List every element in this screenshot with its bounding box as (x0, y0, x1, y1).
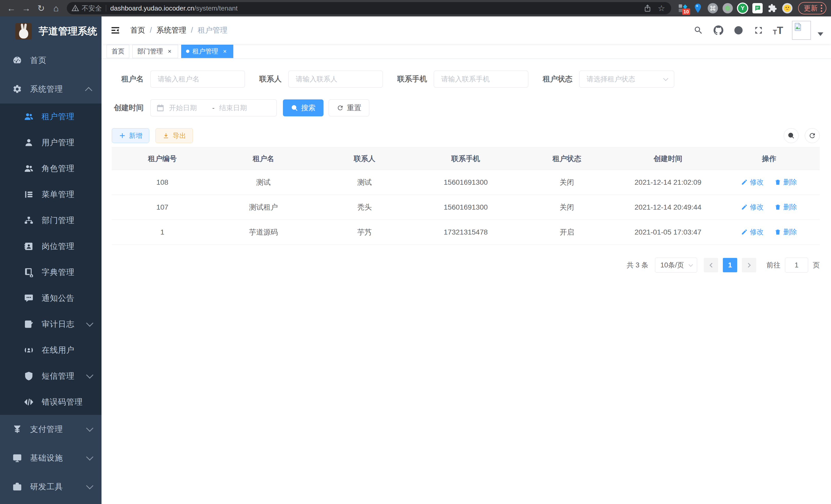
sidebar-item-dict[interactable]: 字典管理 (0, 259, 102, 285)
delete-link[interactable]: 删除 (774, 202, 797, 212)
edit-icon (741, 179, 748, 185)
status-label: 租户状态 (543, 74, 573, 84)
extension-command-icon[interactable] (707, 3, 718, 14)
user-avatar[interactable] (792, 21, 811, 40)
sidebar-item-sms[interactable]: 短信管理 (0, 363, 102, 389)
reload-icon[interactable]: ↻ (34, 2, 48, 15)
download-icon (163, 132, 170, 139)
github-icon[interactable] (713, 25, 724, 36)
help-icon[interactable] (733, 25, 744, 36)
sidebar-item-label: 部门管理 (41, 215, 75, 226)
share-icon[interactable] (642, 3, 653, 13)
extensions-puzzle-icon[interactable] (767, 3, 778, 14)
online-user-icon (23, 345, 34, 355)
header-search-icon[interactable] (693, 25, 704, 36)
search-button[interactable]: 搜索 (283, 99, 323, 116)
refresh-table-button[interactable] (805, 128, 820, 143)
start-date-placeholder[interactable]: 开始日期 (169, 103, 208, 113)
close-icon[interactable]: × (221, 48, 228, 55)
sidebar-item-post[interactable]: 岗位管理 (0, 233, 102, 259)
sidebar-item-home[interactable]: 首页 (0, 46, 102, 75)
cell-created: 2021-12-14 20:49:44 (618, 203, 719, 211)
sidebar-item-label: 基础设施 (30, 453, 63, 464)
breadcrumb-home[interactable]: 首页 (130, 25, 145, 35)
sidebar-item-dept[interactable]: 部门管理 (0, 207, 102, 233)
sidebar-item-role[interactable]: 角色管理 (0, 155, 102, 181)
sidebar-collapse-icon[interactable] (110, 25, 121, 36)
browser-update-button[interactable]: 更新 (798, 2, 826, 14)
tenant-name-input[interactable] (150, 71, 245, 88)
sidebar-item-online-users[interactable]: 在线用户 (0, 337, 102, 363)
sidebar-item-infra[interactable]: 基础设施 (0, 444, 102, 472)
toolbox-icon (11, 482, 23, 492)
show-search-toggle-button[interactable] (784, 128, 799, 143)
sidebar-item-error-code[interactable]: 错误码管理 (0, 389, 102, 415)
add-button[interactable]: 新增 (112, 128, 149, 143)
breadcrumb: 首页 / 系统管理 / 租户管理 (130, 25, 227, 35)
edit-link[interactable]: 修改 (741, 202, 764, 212)
forward-icon[interactable]: → (20, 2, 33, 15)
divider (106, 5, 106, 11)
edit-icon (741, 204, 748, 210)
tag-home[interactable]: 首页 (107, 45, 129, 58)
sidebar-item-label: 通知公告 (41, 293, 75, 304)
page-size-select[interactable]: 10条/页 (655, 258, 697, 272)
extension-tabs-icon[interactable]: 10 (677, 3, 689, 14)
page-1-button[interactable]: 1 (723, 258, 737, 272)
caret-down-icon[interactable] (818, 32, 823, 36)
contact-label: 联系人 (259, 74, 282, 84)
breadcrumb-system[interactable]: 系统管理 (156, 25, 186, 35)
sidebar-item-tenant[interactable]: 租户管理 (0, 103, 102, 129)
end-date-placeholder[interactable]: 结束日期 (219, 103, 258, 113)
sidebar-item-system[interactable]: 系统管理 (0, 75, 102, 103)
bookmark-star-icon[interactable]: ☆ (656, 3, 666, 13)
sidebar-item-label: 支付管理 (30, 424, 63, 435)
next-page-button[interactable] (742, 258, 756, 272)
close-icon[interactable]: × (166, 48, 173, 55)
back-icon[interactable]: ← (5, 2, 18, 15)
tag-tenant[interactable]: 租户管理 × (181, 45, 233, 58)
code-icon (23, 397, 34, 407)
extension-pin-icon[interactable] (692, 3, 704, 14)
delete-link[interactable]: 删除 (774, 227, 797, 237)
export-button[interactable]: 导出 (155, 128, 193, 143)
chevron-down-icon (86, 482, 93, 490)
edit-icon (741, 229, 748, 235)
prev-page-button[interactable] (704, 258, 718, 272)
delete-link[interactable]: 删除 (774, 178, 797, 187)
page-content: 租户名 联系人 联系手机 租户状态 请选择租户状态 (102, 59, 831, 504)
tag-dept[interactable]: 部门管理 × (132, 45, 178, 58)
sidebar-item-label: 错误码管理 (41, 396, 83, 407)
chevron-down-icon (86, 319, 93, 326)
sidebar-item-audit-log[interactable]: 审计日志 (0, 311, 102, 337)
sidebar-item-menu[interactable]: 菜单管理 (0, 181, 102, 207)
sidebar-item-dev-tools[interactable]: 研发工具 (0, 472, 102, 501)
app-title: 芋道管理系统 (38, 25, 97, 38)
sidebar-item-notice[interactable]: 通知公告 (0, 285, 102, 311)
extension-y-icon[interactable]: Y (737, 3, 748, 14)
font-size-icon[interactable]: TT (773, 25, 783, 35)
extension-chat-icon[interactable] (752, 3, 763, 14)
edit-link[interactable]: 修改 (741, 178, 764, 187)
sidebar-item-payment[interactable]: 支付管理 (0, 415, 102, 444)
security-label[interactable]: 不安全 (82, 4, 102, 13)
extension-gray-green-icon[interactable] (722, 3, 733, 14)
date-range-picker[interactable]: 开始日期 - 结束日期 (150, 99, 277, 116)
edit-link[interactable]: 修改 (741, 227, 764, 237)
active-dot (186, 50, 190, 53)
address-bar[interactable]: 不安全 dashboard.yudao.iocoder.cn /system/t… (67, 2, 671, 14)
post-badge-icon (23, 241, 34, 251)
goto-page-input[interactable] (785, 258, 808, 272)
mobile-input[interactable] (434, 71, 528, 88)
reset-button[interactable]: 重置 (328, 99, 369, 116)
pagination: 共 3 条 10条/页 1 前往 页 (112, 258, 820, 272)
home-icon[interactable]: ⌂ (49, 2, 63, 15)
app-logo-row[interactable]: 芋道管理系统 (0, 17, 102, 46)
browser-menu-kebab-icon[interactable] (821, 5, 822, 12)
breadcrumb-separator: / (191, 26, 193, 34)
fullscreen-icon[interactable] (753, 25, 764, 36)
contact-input[interactable] (288, 71, 383, 88)
status-select[interactable]: 请选择租户状态 (579, 71, 674, 88)
profile-avatar-icon[interactable] (782, 3, 793, 14)
sidebar-item-user[interactable]: 用户管理 (0, 129, 102, 155)
